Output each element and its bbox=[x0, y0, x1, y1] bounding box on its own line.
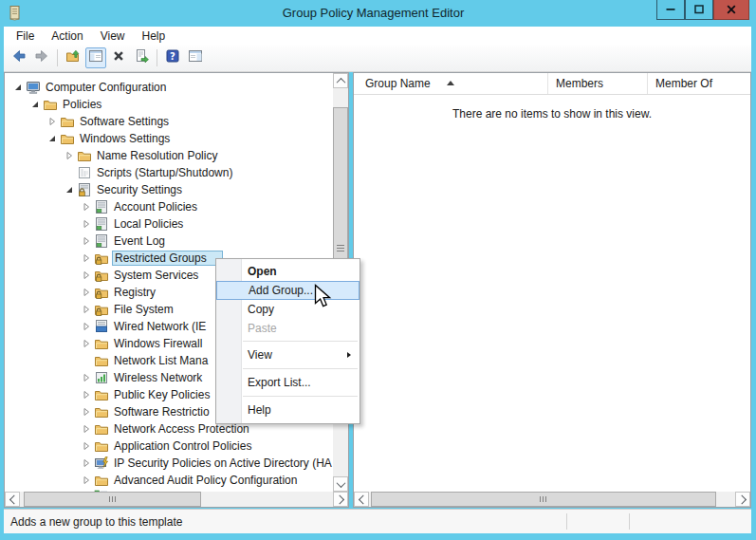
maximize-icon bbox=[694, 1, 704, 18]
expand-expander-icon[interactable] bbox=[79, 319, 94, 334]
window-title: Group Policy Management Editor bbox=[95, 6, 652, 20]
folder-lock-icon bbox=[94, 302, 109, 317]
collapse-expander-icon[interactable] bbox=[62, 182, 77, 197]
tree-item-label: File System bbox=[112, 302, 175, 317]
expand-expander-icon[interactable] bbox=[79, 370, 94, 385]
expand-expander-icon[interactable] bbox=[79, 251, 94, 266]
column-header-group-name[interactable]: Group Name bbox=[354, 73, 548, 94]
horizontal-scroll-thumb[interactable] bbox=[371, 492, 716, 507]
folder-icon bbox=[94, 438, 109, 454]
delete-button[interactable] bbox=[108, 47, 129, 68]
scroll-right-button[interactable] bbox=[333, 492, 348, 507]
menu-view[interactable]: View bbox=[92, 28, 134, 45]
tree-item-name-resolution-policy[interactable]: Name Resolution Policy bbox=[5, 147, 333, 164]
tree-item-application-control-policies[interactable]: Application Control Policies bbox=[5, 438, 333, 455]
sort-ascending-icon bbox=[447, 81, 454, 85]
expander-spacer bbox=[79, 353, 94, 368]
help-button[interactable]: ? bbox=[162, 47, 183, 68]
tree-item-scripts-startup-shutdown[interactable]: Scripts (Startup/Shutdown) bbox=[5, 164, 333, 181]
collapse-expander-icon[interactable] bbox=[10, 80, 26, 95]
context-menu-separator bbox=[243, 341, 358, 342]
expand-expander-icon[interactable] bbox=[79, 387, 94, 402]
menu-item-copy[interactable]: Copy bbox=[216, 300, 360, 319]
menu-item-export-list[interactable]: Export List... bbox=[216, 372, 360, 393]
show-action-pane-button[interactable] bbox=[185, 47, 206, 68]
menu-action[interactable]: Action bbox=[43, 28, 91, 45]
close-icon bbox=[727, 1, 736, 18]
expand-expander-icon[interactable] bbox=[79, 233, 94, 249]
tree-item-label: Windows Settings bbox=[78, 131, 172, 146]
expand-expander-icon[interactable] bbox=[62, 148, 77, 163]
toolbar: ? bbox=[4, 45, 751, 72]
close-button[interactable] bbox=[713, 0, 749, 20]
expand-expander-icon[interactable] bbox=[79, 473, 94, 488]
tree-item-software-settings[interactable]: Software Settings bbox=[5, 113, 333, 130]
column-header-members[interactable]: Members bbox=[548, 73, 648, 94]
tree-item-computer-configuration[interactable]: Computer Configuration bbox=[5, 79, 333, 96]
forward-button[interactable] bbox=[31, 47, 52, 68]
svg-text:?: ? bbox=[170, 51, 175, 62]
tree-item-label: IP Security Policies on Active Directory… bbox=[112, 456, 333, 471]
folder-icon bbox=[94, 336, 109, 351]
expand-expander-icon[interactable] bbox=[79, 336, 94, 351]
folder-icon bbox=[94, 473, 109, 488]
horizontal-scroll-thumb[interactable] bbox=[24, 492, 201, 507]
tree-item-label: Public Key Policies bbox=[112, 387, 212, 402]
tree-item-windows-settings[interactable]: Windows Settings bbox=[5, 130, 333, 147]
arrow-right-icon bbox=[34, 48, 49, 67]
list-horizontal-scrollbar[interactable] bbox=[354, 492, 750, 507]
tree-item-ip-security-policies-on-active-directory-ha[interactable]: IP Security Policies on Active Directory… bbox=[5, 455, 333, 472]
status-bar: Adds a new group to this template bbox=[4, 509, 751, 533]
up-one-level-button[interactable] bbox=[63, 47, 83, 68]
folder-icon bbox=[94, 387, 109, 402]
expand-expander-icon[interactable] bbox=[79, 302, 94, 317]
menu-help[interactable]: Help bbox=[134, 28, 175, 45]
tree-item-security-settings[interactable]: Security Settings bbox=[5, 181, 333, 198]
scroll-right-button[interactable] bbox=[735, 492, 750, 507]
wireless-icon bbox=[94, 370, 109, 385]
expand-expander-icon[interactable] bbox=[79, 421, 94, 437]
show-console-tree-button[interactable] bbox=[85, 47, 106, 68]
tree-item-label: Event Log bbox=[112, 233, 167, 249]
scroll-left-button[interactable] bbox=[5, 492, 20, 507]
tree-item-label: Computer Configuration bbox=[44, 80, 168, 95]
export-list-button[interactable] bbox=[131, 47, 152, 68]
expand-expander-icon[interactable] bbox=[79, 456, 94, 471]
collapse-expander-icon[interactable] bbox=[45, 131, 60, 146]
expand-expander-icon[interactable] bbox=[79, 285, 94, 300]
expand-expander-icon[interactable] bbox=[79, 268, 94, 283]
tree-item-local-policies[interactable]: Local Policies bbox=[5, 215, 333, 233]
expand-expander-icon[interactable] bbox=[79, 438, 94, 454]
column-header-member-of[interactable]: Member Of bbox=[648, 73, 750, 94]
toolbar-separator bbox=[57, 49, 58, 66]
tree-item-label: Advanced Audit Policy Configuration bbox=[112, 473, 299, 488]
expand-expander-icon[interactable] bbox=[79, 404, 94, 419]
menu-file[interactable]: File bbox=[8, 28, 43, 45]
gpme-window: Group Policy Management Editor FileActio… bbox=[0, 0, 756, 540]
tree-horizontal-scrollbar[interactable] bbox=[5, 492, 348, 507]
menu-item-open[interactable]: Open bbox=[216, 262, 360, 281]
scroll-up-button[interactable] bbox=[333, 73, 348, 88]
menu-item-add-group[interactable]: Add Group... bbox=[216, 281, 360, 300]
tree-item-policies[interactable]: Policies bbox=[5, 96, 333, 113]
policy-icon bbox=[94, 233, 109, 249]
maximize-button[interactable] bbox=[685, 0, 713, 20]
collapse-expander-icon[interactable] bbox=[28, 97, 43, 112]
tree-item-account-policies[interactable]: Account Policies bbox=[5, 198, 333, 215]
expand-expander-icon[interactable] bbox=[79, 216, 94, 232]
menu-item-help[interactable]: Help bbox=[216, 400, 360, 420]
minimize-icon bbox=[666, 1, 675, 18]
folder-icon bbox=[60, 131, 75, 146]
tree-item-event-log[interactable]: Event Log bbox=[5, 233, 333, 250]
back-button[interactable] bbox=[9, 47, 29, 68]
minimize-button[interactable] bbox=[656, 0, 685, 20]
tree-item-label: Software Restrictio bbox=[112, 404, 212, 419]
expand-expander-icon[interactable] bbox=[79, 199, 94, 214]
wired-icon bbox=[94, 319, 109, 334]
menu-item-view[interactable]: View bbox=[216, 344, 360, 365]
scroll-down-button[interactable] bbox=[333, 476, 348, 492]
tree-item-label: Wired Network (IE bbox=[112, 319, 208, 334]
expand-expander-icon[interactable] bbox=[45, 114, 60, 129]
tree-item-advanced-audit-policy-configuration[interactable]: Advanced Audit Policy Configuration bbox=[5, 472, 333, 489]
scroll-left-button[interactable] bbox=[354, 492, 369, 507]
